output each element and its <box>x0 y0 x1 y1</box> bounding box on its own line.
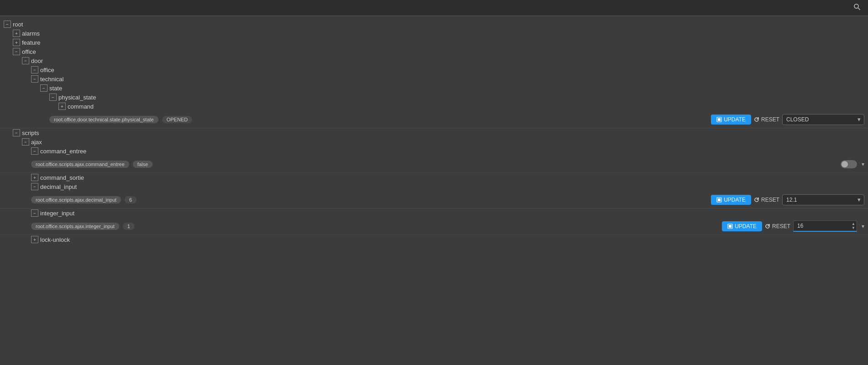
svg-point-0 <box>854 4 858 8</box>
svg-rect-7 <box>729 225 731 228</box>
node-label-door: door <box>31 57 43 64</box>
node-label-integer-input: integer_input <box>40 210 74 217</box>
controls-integer-input: UPDATE RESET ▲ ▼ ▾ <box>722 220 864 232</box>
update-button-integer-input[interactable]: UPDATE <box>722 221 762 231</box>
top-bar <box>0 0 868 16</box>
spinner-down-integer[interactable]: ▼ <box>852 226 855 230</box>
select-physical-state[interactable]: CLOSED OPENED <box>782 114 864 125</box>
tree-node-lock-unlock[interactable]: + lock-unlock <box>0 235 868 244</box>
path-badge-decimal-input: root.office.scripts.ajax.decimal_input <box>31 196 121 203</box>
node-label-command-entree: command_entree <box>40 148 86 155</box>
toggle-slider-command-entree <box>841 160 857 168</box>
expand-icon-ajax[interactable]: − <box>22 138 29 146</box>
value-row-physical-state: root.office.door.technical.state.physica… <box>0 111 868 128</box>
path-badge-integer-input: root.office.scripts.ajax.integer_input <box>31 223 119 230</box>
node-label-command-sortie: command_sortie <box>40 174 84 181</box>
expand-icon-office-door[interactable]: − <box>31 66 38 73</box>
node-label-physical-state: physical_state <box>58 94 96 101</box>
node-label-lock-unlock: lock-unlock <box>40 236 70 243</box>
controls-physical-state: UPDATE RESET CLOSED OPENED <box>711 114 864 125</box>
node-label-scripts: scripts <box>22 130 39 136</box>
value-badge-physical-state: OPENED <box>162 116 192 123</box>
tree-node-root[interactable]: − root <box>0 20 868 29</box>
select-wrapper-physical-state[interactable]: CLOSED OPENED <box>782 114 864 125</box>
tree-node-command[interactable]: + command <box>0 102 868 111</box>
tree-node-alarms[interactable]: + alarms <box>0 29 868 38</box>
tree-node-state[interactable]: − state <box>0 83 868 93</box>
value-row-command-entree: root.office.scripts.ajax.command_entree … <box>0 156 868 173</box>
tree-node-command-sortie[interactable]: + command_sortie <box>0 173 868 182</box>
expand-icon-command-sortie[interactable]: + <box>31 174 38 181</box>
tree-node-decimal-input[interactable]: − decimal_input <box>0 182 868 191</box>
expand-icon-command-entree[interactable]: − <box>31 147 38 155</box>
select-decimal-input[interactable]: 12.1 6.0 7.5 <box>782 194 864 205</box>
node-label-decimal-input: decimal_input <box>40 183 77 190</box>
tree-node-feature[interactable]: + feature <box>0 38 868 47</box>
chevron-down-integer-input[interactable]: ▾ <box>862 223 864 229</box>
expand-icon-scripts[interactable]: − <box>13 129 20 136</box>
tree-node-command-entree[interactable]: − command_entree <box>0 146 868 156</box>
controls-decimal-input: UPDATE RESET 12.1 6.0 7.5 <box>711 194 864 205</box>
svg-line-1 <box>858 8 860 10</box>
spinner-up-integer[interactable]: ▲ <box>852 222 855 226</box>
expand-icon-lock-unlock[interactable]: + <box>31 236 38 243</box>
tree-node-integer-input[interactable]: − integer_input <box>0 209 868 218</box>
expand-icon-feature[interactable]: + <box>13 39 20 46</box>
expand-icon-integer-input[interactable]: − <box>31 209 38 217</box>
select-wrapper-decimal-input[interactable]: 12.1 6.0 7.5 <box>782 194 864 205</box>
svg-rect-5 <box>718 198 721 201</box>
value-row-integer-input: root.office.scripts.ajax.integer_input 1… <box>0 218 868 235</box>
reset-button-physical-state[interactable]: RESET <box>754 116 779 123</box>
search-button[interactable] <box>853 3 861 12</box>
node-label-office: office <box>22 48 36 55</box>
node-label-alarms: alarms <box>22 30 40 37</box>
expand-icon-decimal-input[interactable]: − <box>31 183 38 190</box>
expand-icon-root[interactable]: − <box>4 21 11 28</box>
toggle-command-entree[interactable] <box>841 160 857 168</box>
value-row-decimal-input: root.office.scripts.ajax.decimal_input 6… <box>0 191 868 209</box>
reset-button-decimal-input[interactable]: RESET <box>754 197 779 203</box>
update-button-physical-state[interactable]: UPDATE <box>711 115 751 125</box>
expand-icon-office[interactable]: − <box>13 48 20 55</box>
update-button-decimal-input[interactable]: UPDATE <box>711 195 751 205</box>
tree-node-physical-state[interactable]: − physical_state <box>0 93 868 102</box>
input-number-wrapper-integer-input: ▲ ▼ <box>793 220 857 232</box>
tree-node-technical[interactable]: − technical <box>0 74 868 83</box>
expand-icon-alarms[interactable]: + <box>13 30 20 37</box>
reset-button-integer-input[interactable]: RESET <box>765 223 790 229</box>
node-label-office-door: office <box>40 67 54 73</box>
expand-icon-state[interactable]: − <box>40 84 47 92</box>
tree-node-ajax[interactable]: − ajax <box>0 137 868 146</box>
tree-node-scripts[interactable]: − scripts <box>0 128 868 137</box>
input-integer-input[interactable] <box>793 220 857 232</box>
svg-rect-3 <box>718 118 721 121</box>
value-badge-command-entree: false <box>133 161 153 168</box>
expand-icon-door[interactable]: − <box>22 57 29 64</box>
node-label-feature: feature <box>22 39 40 46</box>
controls-command-entree: ▾ <box>841 160 864 168</box>
node-label-ajax: ajax <box>31 139 42 146</box>
tree-node-door[interactable]: − door <box>0 56 868 65</box>
chevron-down-command-entree[interactable]: ▾ <box>862 161 864 167</box>
expand-icon-technical[interactable]: − <box>31 75 38 83</box>
path-badge-command-entree: root.office.scripts.ajax.command_entree <box>31 161 129 168</box>
expand-icon-command[interactable]: + <box>58 103 66 110</box>
value-badge-decimal-input: 6 <box>125 196 137 203</box>
path-badge-physical-state: root.office.door.technical.state.physica… <box>49 116 158 123</box>
tree-node-office-door[interactable]: − office <box>0 65 868 74</box>
node-label-state: state <box>49 85 62 92</box>
node-label-root: root <box>13 21 23 28</box>
input-spinners-integer: ▲ ▼ <box>852 222 855 230</box>
node-label-command: command <box>68 103 94 110</box>
node-label-technical: technical <box>40 76 63 83</box>
value-badge-integer-input: 1 <box>123 223 135 230</box>
tree-node-office[interactable]: − office <box>0 47 868 56</box>
main-content: − root + alarms + feature − office − doo… <box>0 16 868 365</box>
expand-icon-physical-state[interactable]: − <box>49 94 57 101</box>
